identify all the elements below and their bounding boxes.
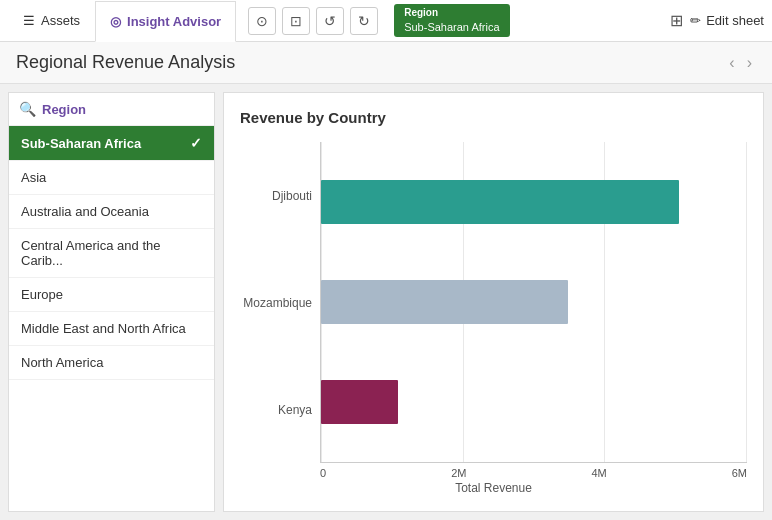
select-icon-btn[interactable]: ⊡ — [282, 7, 310, 35]
bar-djibouti — [321, 180, 679, 224]
x-axis-labels: 0 2M 4M 6M — [320, 467, 747, 479]
bars-area — [320, 142, 747, 463]
y-label-mozambique: Mozambique — [240, 296, 312, 310]
tab-assets[interactable]: ☰ Assets — [8, 0, 95, 41]
undo-icon-btn[interactable]: ↺ — [316, 7, 344, 35]
main-content: 🔍 Region Sub-Saharan Africa ✓ Asia Austr… — [0, 84, 772, 520]
sidebar-item-label: Australia and Oceania — [21, 204, 149, 219]
y-axis-labels: Djibouti Mozambique Kenya — [240, 142, 320, 463]
sidebar-item-asia[interactable]: Asia — [9, 161, 214, 195]
edit-icon: ✏ — [690, 13, 701, 28]
sidebar-search: 🔍 Region — [9, 93, 214, 126]
x-label-2m: 2M — [451, 467, 466, 479]
chart-title: Revenue by Country — [240, 109, 747, 126]
sidebar-item-label: Asia — [21, 170, 46, 185]
x-axis-area: 0 2M 4M 6M — [240, 467, 747, 479]
sidebar-item-sub-saharan-africa[interactable]: Sub-Saharan Africa ✓ — [9, 126, 214, 161]
y-label-kenya: Kenya — [240, 403, 312, 417]
region-badge-label: Region — [404, 6, 499, 20]
page-title: Regional Revenue Analysis — [16, 52, 235, 73]
search-icon: 🔍 — [19, 101, 36, 117]
grid-icon-btn[interactable]: ⊞ — [662, 7, 690, 35]
sidebar-item-australia[interactable]: Australia and Oceania — [9, 195, 214, 229]
bar-kenya — [321, 380, 398, 424]
prev-page-button[interactable]: ‹ — [725, 54, 738, 72]
y-label-djibouti: Djibouti — [240, 189, 312, 203]
x-label-4m: 4M — [591, 467, 606, 479]
sidebar-item-europe[interactable]: Europe — [9, 278, 214, 312]
sidebar-item-north-america[interactable]: North America — [9, 346, 214, 380]
x-label-6m: 6M — [732, 467, 747, 479]
next-page-button[interactable]: › — [743, 54, 756, 72]
bar-row-kenya — [321, 376, 747, 428]
zoom-icon-btn[interactable]: ⊙ — [248, 7, 276, 35]
redo-icon-btn[interactable]: ↻ — [350, 7, 378, 35]
chart-body: Djibouti Mozambique Kenya — [240, 142, 747, 463]
insight-advisor-icon: ◎ — [110, 14, 121, 29]
edit-sheet-label: Edit sheet — [706, 13, 764, 28]
sidebar-list: Sub-Saharan Africa ✓ Asia Australia and … — [9, 126, 214, 511]
check-icon: ✓ — [190, 135, 202, 151]
bars-wrapper — [321, 142, 747, 462]
sidebar-item-label: Sub-Saharan Africa — [21, 136, 141, 151]
sidebar-item-label: Middle East and North Africa — [21, 321, 186, 336]
nav-toolbar-icons: ⊙ ⊡ ↺ ↻ — [248, 7, 378, 35]
chart-container: Djibouti Mozambique Kenya — [240, 142, 747, 495]
page-nav-arrows: ‹ › — [725, 54, 756, 72]
edit-sheet-button[interactable]: ✏ Edit sheet — [690, 13, 764, 28]
bar-row-mozambique — [321, 276, 747, 328]
bar-mozambique — [321, 280, 568, 324]
assets-icon: ☰ — [23, 13, 35, 28]
sidebar-item-label: North America — [21, 355, 103, 370]
tab-insight-advisor[interactable]: ◎ Insight Advisor — [95, 1, 236, 42]
sidebar: 🔍 Region Sub-Saharan Africa ✓ Asia Austr… — [8, 92, 215, 512]
sidebar-item-label: Europe — [21, 287, 63, 302]
x-axis-title: Total Revenue — [240, 481, 747, 495]
sidebar-item-central-america[interactable]: Central America and the Carib... — [9, 229, 214, 278]
region-badge-value: Sub-Saharan Africa — [404, 20, 499, 35]
sidebar-search-label: Region — [42, 102, 86, 117]
bar-row-djibouti — [321, 176, 747, 228]
top-nav: ☰ Assets ◎ Insight Advisor ⊙ ⊡ ↺ ↻ Regio… — [0, 0, 772, 42]
chart-area: Revenue by Country Djibouti Mozambique K… — [223, 92, 764, 512]
assets-label: Assets — [41, 13, 80, 28]
sidebar-item-middle-east[interactable]: Middle East and North Africa — [9, 312, 214, 346]
sidebar-item-label: Central America and the Carib... — [21, 238, 202, 268]
x-label-0: 0 — [320, 467, 326, 479]
insight-advisor-label: Insight Advisor — [127, 14, 221, 29]
page-title-bar: Regional Revenue Analysis ‹ › — [0, 42, 772, 84]
region-badge: Region Sub-Saharan Africa — [394, 4, 509, 37]
